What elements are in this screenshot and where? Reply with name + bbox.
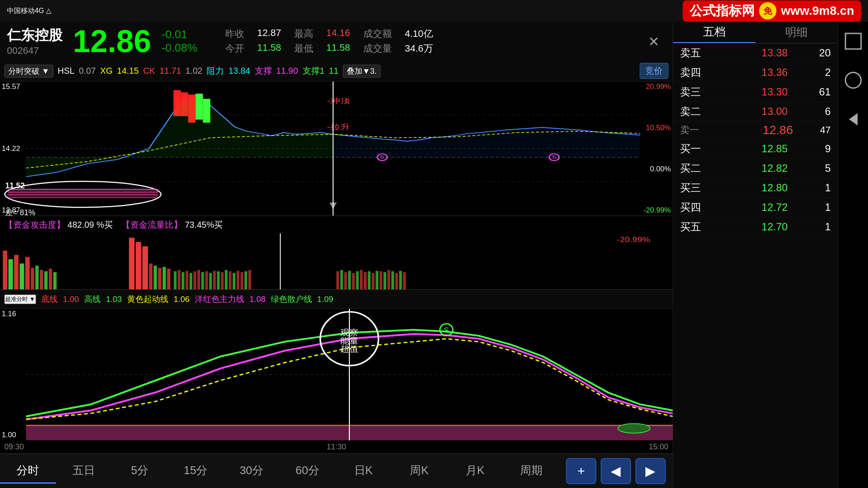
svg-rect-75 [388, 270, 390, 289]
tab-15分[interactable]: 15分 [168, 459, 224, 484]
svg-rect-69 [364, 272, 366, 289]
pct-label-bot: -20.99% [642, 206, 671, 215]
right-icons [838, 22, 868, 488]
prev-close-value: 12.87 [257, 27, 281, 40]
diejia-dropdown[interactable]: 叠加▼3. [343, 65, 381, 78]
svg-rect-43 [178, 270, 180, 289]
ck-label: CK [143, 66, 155, 76]
svg-rect-70 [368, 271, 370, 289]
xg-label: XG [100, 66, 113, 76]
buy-row-2: 买二 12.82 5 [673, 159, 838, 178]
high-label: 最高 [294, 27, 313, 40]
tab-30分[interactable]: 30分 [224, 459, 279, 484]
svg-text:S: S [444, 326, 449, 334]
pct-label-zero: 0.00% [642, 165, 671, 174]
capital-flow-label: 【资金流量比】 73.45%买 [122, 219, 223, 231]
buy-row-5: 买五 12.70 1 [673, 217, 838, 237]
tab-5分[interactable]: 5分 [112, 459, 168, 484]
open-label: 今开 [225, 42, 244, 55]
time-start: 09:30 [4, 442, 24, 452]
high-line-label: 高线 [84, 294, 101, 305]
zhicheng2-value: 11 [329, 66, 339, 76]
svg-rect-76 [391, 271, 394, 289]
zuli-value: 13.84 [228, 66, 250, 76]
sell-row-5: 卖五 13.38 20 [673, 43, 838, 63]
sub-indicator-dropdown[interactable]: 超准分时 ▼ [4, 295, 36, 304]
stat-row-2: 今开 11.58 最低 11.58 成交量 34.6万 [225, 42, 433, 55]
coin-icon: 免 [759, 2, 776, 20]
stock-change-abs: -0.01 [161, 28, 197, 41]
svg-text:观察: 观察 [340, 328, 358, 337]
svg-rect-32 [49, 269, 52, 289]
svg-rect-63 [340, 270, 343, 289]
svg-rect-51 [209, 273, 212, 289]
svg-rect-35 [136, 242, 141, 289]
close-button[interactable]: × [642, 32, 666, 51]
svg-text:能量: 能量 [340, 336, 358, 345]
svg-rect-29 [35, 265, 39, 289]
main-container: 仁东控股 002647 12.86 -0.01 -0.08% 昨收 12.87 … [0, 22, 868, 488]
time-axis: 09:30 11:30 15:00 [0, 440, 673, 453]
svg-rect-25 [14, 255, 18, 289]
zhicheng1-value: 11.90 [276, 66, 298, 76]
sell-row-2: 卖二 13.00 6 [673, 102, 838, 121]
price-label-mid: 14.22 [2, 144, 24, 153]
svg-text:-拉升: -拉升 [327, 123, 350, 131]
svg-rect-33 [53, 272, 57, 289]
ob-tab-detail[interactable]: 明细 [756, 22, 838, 43]
plus-button[interactable]: + [566, 458, 596, 484]
svg-rect-46 [190, 273, 192, 289]
price-label-high: 15.57 [2, 82, 24, 91]
zuli-label: 阻力 [207, 65, 224, 77]
magenta-line-label: 洋红色主力线 [195, 294, 244, 305]
tab-月K[interactable]: 月K [447, 459, 503, 484]
tab-分时[interactable]: 分时 [0, 459, 56, 484]
brand-badge: 公式指标网 免 www.9m8.cn [683, 0, 861, 22]
ob-tab-wudang[interactable]: 五档 [673, 22, 756, 43]
svg-rect-45 [186, 271, 188, 289]
sub-indicator-bar: 超准分时 ▼ 底线 1.00 高线 1.03 黄色起动线 1.06 洋红色主力线… [0, 290, 673, 309]
svg-rect-36 [142, 246, 148, 289]
carrier-label: 中国移动4G △ [7, 7, 51, 16]
svg-text:超值: 超值 [340, 344, 358, 354]
indicator-dropdown[interactable]: 分时突破 ▼ [4, 65, 53, 78]
forward-button[interactable]: ▶ [635, 458, 666, 484]
sub-chart-bot: 1.00 [2, 431, 24, 439]
tab-五日[interactable]: 五日 [56, 459, 112, 484]
tab-周K[interactable]: 周K [391, 459, 447, 484]
tab-60分[interactable]: 60分 [279, 459, 335, 484]
stock-header: 仁东控股 002647 12.86 -0.01 -0.08% 昨收 12.87 … [0, 22, 673, 61]
sub-chart-top: 1.16 [2, 310, 24, 318]
svg-rect-56 [229, 271, 231, 289]
turnover-label: 成交额 [363, 27, 392, 40]
diff-label: 差= 81% [5, 207, 36, 218]
stock-stats: 昨收 12.87 最高 14.16 成交额 4.10亿 今开 11.58 最低 … [225, 27, 433, 55]
jingprice-button[interactable]: 竞价 [640, 63, 668, 79]
svg-rect-72 [375, 271, 378, 289]
svg-rect-47 [194, 271, 196, 289]
xg-value: 14.15 [117, 66, 139, 76]
svg-rect-27 [25, 257, 30, 289]
sell-row-4: 卖四 13.36 2 [673, 63, 838, 82]
pct-label-mid1: 10.50% [642, 124, 671, 132]
green-line-value: 1.09 [317, 295, 333, 304]
circle-icon[interactable] [842, 69, 864, 91]
tab-周期[interactable]: 周期 [503, 459, 559, 484]
svg-rect-34 [129, 238, 135, 289]
back-triangle-icon[interactable] [842, 108, 864, 130]
stock-name-block: 仁东控股 002647 [7, 26, 62, 56]
svg-rect-61 [248, 270, 251, 289]
svg-text:-20.99%: -20.99% [617, 236, 650, 243]
back-button[interactable]: ◀ [601, 458, 631, 484]
square-icon[interactable] [842, 30, 864, 52]
svg-rect-93 [845, 33, 861, 49]
tab-日K[interactable]: 日K [335, 459, 391, 484]
svg-rect-58 [237, 271, 239, 289]
stock-change: -0.01 -0.08% [161, 28, 197, 55]
svg-rect-41 [167, 269, 171, 289]
ck-value: 11.71 [159, 66, 181, 76]
svg-rect-26 [20, 263, 24, 289]
svg-rect-42 [174, 271, 176, 289]
svg-rect-67 [356, 271, 358, 289]
svg-text:-冲顶: -冲顶 [327, 97, 350, 105]
